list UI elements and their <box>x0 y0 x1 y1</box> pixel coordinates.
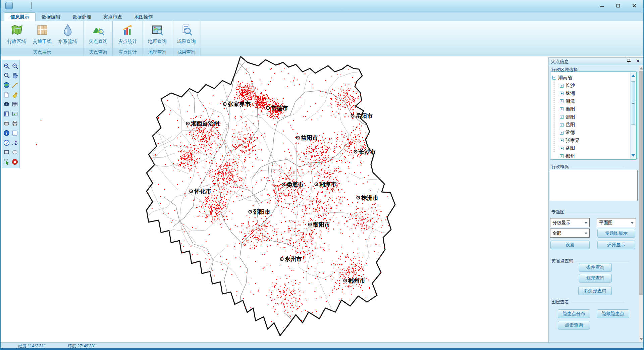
result-search-icon <box>180 22 193 39</box>
printer-color-icon[interactable] <box>11 120 19 127</box>
city-label: 娄底市 <box>286 182 304 188</box>
expand-icon[interactable]: + <box>560 92 564 95</box>
thematic-label: 专题图 <box>551 209 620 215</box>
help-icon[interactable]: ? <box>3 139 10 146</box>
mountain-search-button[interactable]: 灾点查询 <box>86 22 111 48</box>
expand-icon[interactable]: + <box>560 147 564 150</box>
water-drop-button[interactable]: 水系流域 <box>55 22 80 48</box>
click-query-button[interactable]: 点击查询 <box>558 321 590 330</box>
grade-display-dropdown[interactable]: 分级显示 <box>550 218 590 227</box>
ribbon-group-0: 行政区域交通干线水系流域灾点展示 <box>1 21 84 56</box>
panel-scrollbar[interactable] <box>639 65 644 342</box>
expand-icon[interactable]: + <box>560 99 564 103</box>
admin-region-map-icon <box>10 22 23 39</box>
tree-item-常德[interactable]: +常德 <box>552 129 629 137</box>
plan-view-dropdown[interactable]: 平面图 <box>597 218 636 227</box>
stray-disaster-point <box>36 144 37 145</box>
tree-item-湖南省[interactable]: −湖南省 <box>552 74 629 82</box>
panel-close-icon[interactable]: ✕ <box>636 58 640 64</box>
tab-0[interactable]: 信息展示 <box>4 12 36 21</box>
all-dropdown[interactable]: 全部 <box>550 229 590 238</box>
ribbon-group-3: 地理查询地理查询 <box>143 21 172 56</box>
tab-3[interactable]: 灾点审查 <box>97 13 128 21</box>
bar-chart-button[interactable]: 灾点统计 <box>115 22 141 48</box>
document-icon[interactable] <box>11 129 19 137</box>
restore-display-button[interactable]: 还原显示 <box>597 241 635 249</box>
hazard-distribution-button[interactable]: 隐患点分布 <box>558 309 590 318</box>
tree-item-益阳[interactable]: +益阳 <box>552 145 629 152</box>
delete-icon[interactable] <box>11 158 19 165</box>
rectangle-query-button[interactable]: 矩形查询 <box>579 274 612 283</box>
tree-item-岳阳[interactable]: +岳阳 <box>552 121 629 129</box>
globe-icon[interactable] <box>3 81 10 89</box>
tree-item-衡阳[interactable]: +衡阳 <box>552 105 629 113</box>
ellipse-tool-icon[interactable] <box>11 149 19 156</box>
tree-scrollbar[interactable] <box>630 72 636 159</box>
maximize-icon[interactable] <box>614 3 622 9</box>
select-marquee-icon[interactable] <box>3 158 10 165</box>
traffic-map-button[interactable]: 交通干线 <box>30 22 55 48</box>
tab-1[interactable]: 数据编辑 <box>36 13 66 21</box>
expand-icon[interactable]: + <box>560 84 564 88</box>
scroll-down-icon[interactable] <box>631 154 635 157</box>
tree-item-郴州[interactable]: +郴州 <box>552 152 629 160</box>
image-icon[interactable] <box>11 110 19 117</box>
condition-query-button[interactable]: 条件查询 <box>579 263 612 272</box>
collapse-icon[interactable]: − <box>552 76 556 80</box>
eraser-brush-icon[interactable] <box>11 91 19 98</box>
printer-icon[interactable] <box>3 120 10 127</box>
map-canvas[interactable]: 张家界市常德市岳阳市湘西自治州益阳市长沙市娄底市湘潭市怀化市株洲市邵阳市衡阳市永… <box>1 56 548 342</box>
pin-icon[interactable] <box>627 59 631 64</box>
scroll-up-icon[interactable] <box>631 74 635 77</box>
blank-page-icon[interactable] <box>3 91 10 98</box>
tree-item-张家界[interactable]: +张家界 <box>552 137 629 144</box>
expand-icon[interactable]: + <box>560 139 564 142</box>
attribute-table-icon[interactable] <box>11 101 19 108</box>
minimize-icon[interactable] <box>598 3 606 9</box>
city-label: 邵阳市 <box>253 209 270 215</box>
polygon-query-button[interactable]: 多边形查询 <box>578 287 612 295</box>
info-icon[interactable]: i <box>3 129 10 137</box>
close-icon[interactable] <box>631 3 638 9</box>
eye-icon[interactable] <box>3 101 10 108</box>
rectangle-tool-icon[interactable] <box>3 149 10 156</box>
panel-scrollbar-thumb[interactable] <box>639 71 644 295</box>
chevron-down-icon <box>631 222 634 224</box>
app-logo-icon <box>5 2 13 9</box>
expand-icon[interactable]: + <box>560 115 564 119</box>
zoom-out-icon[interactable] <box>11 62 19 69</box>
dropdown-value: 分级显示 <box>552 220 571 226</box>
scroll-down-icon[interactable] <box>640 338 643 340</box>
map-search-button[interactable]: 地理查询 <box>145 22 170 48</box>
tree-item-湘潭[interactable]: +湘潭 <box>552 97 629 105</box>
ribbon-group-label: 灾点展示 <box>1 48 84 56</box>
tree-item-长沙[interactable]: +长沙 <box>552 82 629 89</box>
expand-icon[interactable]: + <box>560 154 564 158</box>
tab-2[interactable]: 数据处理 <box>66 13 97 21</box>
stray-disaster-point <box>41 120 42 121</box>
overview-textbox[interactable] <box>550 170 638 201</box>
zoom-in-icon[interactable] <box>3 62 10 69</box>
tab-4[interactable]: 地图操作 <box>128 13 159 21</box>
tree-item-邵阳[interactable]: +邵阳 <box>552 113 629 121</box>
result-search-button[interactable]: 成果查询 <box>174 22 199 48</box>
thematic-show-button[interactable]: 专题图显示 <box>597 229 635 238</box>
ribbon-tab-bar: 信息展示数据编辑数据处理灾点审查地图操作 <box>1 12 643 21</box>
city-label: 衡阳市 <box>313 221 330 228</box>
legend-window-icon[interactable] <box>3 110 10 117</box>
pan-hand-icon[interactable] <box>11 72 19 79</box>
expand-icon[interactable]: + <box>560 123 564 127</box>
sketch-pen-icon[interactable] <box>11 139 19 146</box>
scroll-up-icon[interactable] <box>640 67 643 69</box>
zoom-extent-icon[interactable]: ± <box>3 72 10 79</box>
tree-item-株洲[interactable]: +株洲 <box>552 90 629 97</box>
overview-label: 行政概况 <box>551 164 625 170</box>
measure-line-icon[interactable] <box>11 81 19 89</box>
hide-hazard-button[interactable]: 隐藏隐患点 <box>597 309 629 318</box>
city-label: 张家界市 <box>228 101 251 107</box>
expand-icon[interactable]: + <box>560 107 564 111</box>
tree-scrollbar-thumb[interactable] <box>631 81 635 125</box>
expand-icon[interactable]: + <box>560 131 564 135</box>
admin-region-map-button[interactable]: 行政区域 <box>4 22 30 48</box>
settings-button[interactable]: 设置 <box>550 241 590 249</box>
